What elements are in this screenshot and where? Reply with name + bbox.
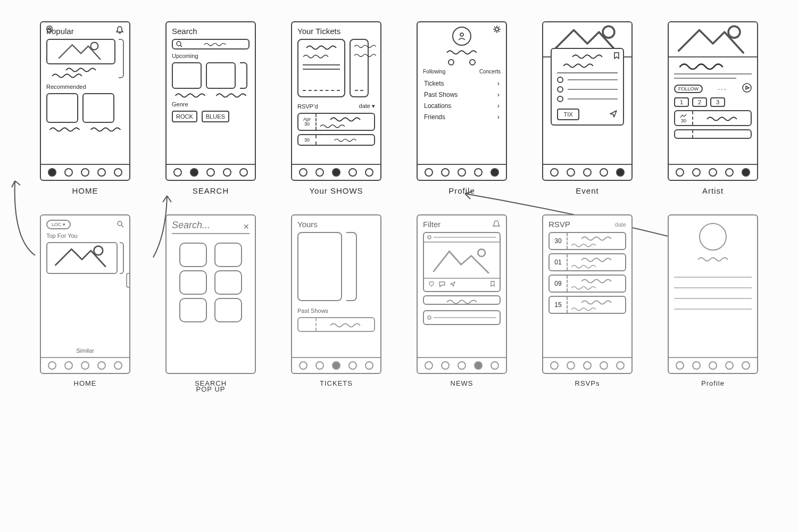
tab-shows[interactable] — [81, 361, 89, 370]
genre-rock[interactable]: ROCK — [172, 111, 197, 122]
tab-news[interactable] — [474, 168, 483, 177]
tab-home[interactable] — [48, 361, 56, 370]
tab-news[interactable] — [600, 361, 608, 370]
result-tile[interactable] — [179, 270, 207, 295]
result-tile[interactable] — [179, 298, 207, 322]
tab-news[interactable] — [474, 361, 483, 370]
tab-home[interactable] — [676, 361, 684, 370]
tab-shows[interactable] — [583, 361, 592, 370]
result-tile[interactable] — [214, 298, 242, 322]
tab-search[interactable] — [441, 168, 450, 177]
tab-home[interactable] — [299, 168, 307, 177]
bookmark-icon[interactable] — [613, 52, 620, 61]
news-card[interactable] — [423, 310, 501, 325]
tab-home[interactable] — [48, 168, 56, 177]
bookmark-icon[interactable] — [490, 281, 495, 289]
tab-profile[interactable] — [616, 168, 625, 177]
tix-button[interactable]: TIX — [557, 109, 579, 120]
peek-card[interactable] — [120, 242, 124, 274]
rsvp-row[interactable]: 15 — [548, 296, 626, 314]
profile-menu-tickets[interactable]: Tickets› — [423, 78, 501, 89]
avatar[interactable] — [452, 27, 471, 46]
tab-news[interactable] — [348, 168, 357, 177]
tab-profile[interactable] — [239, 168, 248, 177]
tab-profile[interactable] — [114, 361, 122, 370]
ticket-card[interactable] — [297, 39, 345, 97]
comment-icon[interactable] — [439, 281, 445, 289]
popular-card[interactable] — [46, 39, 115, 64]
rsvp-row[interactable]: 30 — [297, 134, 375, 146]
tab-search[interactable] — [567, 361, 575, 370]
tab-news[interactable] — [97, 168, 106, 177]
tab-profile[interactable] — [742, 361, 750, 370]
top-card[interactable] — [46, 242, 118, 274]
tab-shows[interactable] — [81, 168, 89, 177]
tab-search[interactable] — [692, 361, 701, 370]
tab-news[interactable] — [725, 168, 734, 177]
tab-news[interactable] — [97, 361, 106, 370]
tab-shows[interactable] — [709, 361, 717, 370]
tab-home[interactable] — [299, 361, 307, 370]
profile-menu-locations[interactable]: Locations› — [423, 100, 501, 111]
location-icon[interactable] — [46, 26, 53, 36]
tab-shows[interactable] — [709, 168, 717, 177]
bell-icon[interactable] — [115, 26, 124, 36]
tab-news[interactable] — [600, 168, 608, 177]
rsvp-row[interactable]: Apr 30 — [297, 113, 375, 131]
tab-shows[interactable] — [458, 168, 466, 177]
rec-card[interactable] — [46, 93, 78, 123]
result-tile[interactable] — [214, 243, 242, 267]
tab-search[interactable] — [567, 168, 575, 177]
toggle-following[interactable] — [448, 59, 454, 65]
pill-1[interactable]: 1 — [674, 97, 689, 107]
tab-shows[interactable] — [332, 361, 340, 370]
tab-following[interactable]: Following — [423, 69, 445, 74]
tab-search[interactable] — [64, 361, 73, 370]
tab-search[interactable] — [692, 168, 701, 177]
result-tile[interactable] — [179, 243, 207, 267]
tab-search[interactable] — [315, 361, 324, 370]
tab-profile[interactable] — [491, 168, 499, 177]
location-chip[interactable]: LOC ▾ — [46, 220, 71, 229]
close-icon[interactable]: ✕ — [243, 222, 250, 231]
profile-menu-friends[interactable]: Friends› — [423, 111, 501, 122]
date-filter[interactable]: date — [615, 221, 626, 228]
profile-menu-past-shows[interactable]: Past Shows› — [423, 89, 501, 100]
tab-search[interactable] — [315, 168, 324, 177]
tab-home[interactable] — [676, 168, 684, 177]
show-row[interactable] — [674, 129, 752, 139]
tab-shows[interactable] — [332, 168, 340, 177]
heart-icon[interactable] — [428, 281, 435, 289]
play-icon[interactable] — [742, 83, 752, 94]
date-filter[interactable]: date ▾ — [359, 103, 375, 110]
tab-concerts[interactable]: Concerts — [479, 69, 501, 74]
upcoming-card[interactable] — [172, 62, 202, 89]
tab-news[interactable] — [725, 361, 734, 370]
share-icon[interactable] — [450, 281, 456, 289]
search-icon[interactable] — [117, 220, 124, 229]
upcoming-card[interactable] — [206, 62, 236, 89]
rsvp-row[interactable]: 30 — [548, 232, 626, 250]
rsvp-row[interactable]: 01 — [548, 253, 626, 271]
tab-shows[interactable] — [458, 361, 466, 370]
tab-news[interactable] — [348, 361, 357, 370]
tab-search[interactable] — [64, 168, 73, 177]
rsvp-row[interactable]: 09 — [548, 275, 626, 293]
peek-card[interactable] — [240, 62, 247, 89]
rec-card[interactable] — [82, 93, 114, 123]
past-row[interactable] — [297, 317, 375, 332]
news-card[interactable] — [423, 232, 501, 292]
tab-profile[interactable] — [742, 168, 750, 177]
tab-home[interactable] — [550, 168, 559, 177]
tab-profile[interactable] — [365, 168, 373, 177]
ticket-card-peek[interactable] — [346, 232, 357, 301]
peek-card[interactable] — [119, 39, 124, 78]
search-input[interactable] — [172, 39, 250, 49]
tab-home[interactable] — [425, 168, 433, 177]
genre-blues[interactable]: BLUES — [202, 111, 229, 122]
tab-profile[interactable] — [491, 361, 499, 370]
pill-2[interactable]: 2 — [692, 97, 707, 107]
avatar[interactable] — [699, 223, 727, 251]
toggle-concerts[interactable] — [469, 59, 476, 65]
pill-3[interactable]: 3 — [710, 97, 725, 107]
